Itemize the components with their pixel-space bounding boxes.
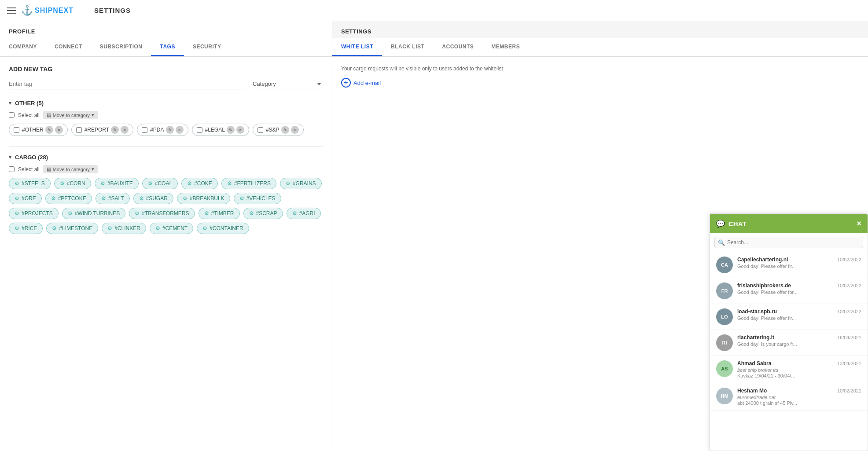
chat-search-input[interactable] [714, 237, 863, 248]
tag-pda-edit-icon[interactable]: ✎ [166, 126, 174, 134]
tag-cement[interactable]: ⚙#CEMENT [150, 223, 193, 234]
chat-item-name-5: Hesham Mo [737, 388, 767, 394]
tab-blacklist[interactable]: BLACK LIST [382, 38, 433, 56]
gear-icon: ⚙ [101, 195, 106, 202]
tag-corn[interactable]: ⚙#CORN [54, 178, 91, 189]
chat-item-3[interactable]: RI riachartering.it 16/04/2021 Good day!… [710, 330, 868, 356]
chat-item-5[interactable]: HM Hesham Mo 10/02/2021 euromedtrade.net… [710, 383, 868, 411]
tab-security[interactable]: SECURITY [184, 38, 230, 56]
tag-projects[interactable]: ⚙#PROJECTS [9, 208, 59, 219]
other-group-header[interactable]: ▾ OTHER (5) [9, 100, 323, 106]
tag-legal-label: #LEGAL [205, 127, 225, 133]
chat-item-0[interactable]: CA Capellechartering.nl 10/02/2022 Good … [710, 252, 868, 278]
tag-ore[interactable]: ⚙#ORE [9, 193, 42, 204]
tag-report-checkbox[interactable] [76, 127, 82, 133]
chat-item-msg-0: Good day! Please offer fir... [737, 264, 861, 269]
tab-company[interactable]: COMPANY [0, 38, 46, 56]
tag-timber[interactable]: ⚙#TIMBER [199, 208, 240, 219]
tag-pda-checkbox[interactable] [142, 127, 147, 133]
tag-input-row: Category OTHER CARGO [9, 79, 323, 89]
tab-subscription[interactable]: SUBSCRIPTION [91, 38, 151, 56]
tag-sp-checkbox[interactable] [257, 127, 263, 133]
tag-salt[interactable]: ⚙#SALT [96, 193, 130, 204]
gear-icon: ⚙ [15, 180, 19, 187]
avatar-as: AS [716, 360, 733, 377]
tag-petcoke[interactable]: ⚙#PETCOKE [45, 193, 92, 204]
tag-limestone[interactable]: ⚙#LIMESTONE [46, 223, 98, 234]
cargo-select-all-checkbox[interactable] [9, 166, 15, 172]
dropdown-arrow-icon: ▾ [92, 112, 94, 118]
tag-rice[interactable]: ⚙#RICE [9, 223, 43, 234]
chat-item-2[interactable]: LO load-star.spb.ru 10/02/2022 Good day!… [710, 304, 868, 330]
tag-legal-edit-icon[interactable]: ✎ [227, 126, 235, 134]
tag-steels[interactable]: ⚙#STEELS [9, 178, 51, 189]
tag-transformers[interactable]: ⚙#TRANSFORMERS [129, 208, 195, 219]
cargo-move-category-btn[interactable]: ▤ Move to category ▾ [43, 165, 98, 173]
tab-connect[interactable]: CONNECT [46, 38, 91, 56]
tag-wind-turbines[interactable]: ⚙#WIND TURBINES [62, 208, 125, 219]
cargo-group-header[interactable]: ▾ CARGO (28) [9, 154, 323, 161]
tag-agri[interactable]: ⚙#AGRI [287, 208, 321, 219]
whitelist-info: Your cargo requests will be visible only… [341, 66, 859, 72]
tag-legal-del-icon[interactable]: × [236, 126, 244, 134]
cargo-tags-wrap: ⚙#STEELS ⚙#CORN ⚙#BAUXITE ⚙#COAL ⚙#COKE … [9, 178, 323, 234]
chevron-icon: ▾ [9, 100, 11, 106]
tag-vehicles[interactable]: ⚙#VEHICLES [234, 193, 281, 204]
tag-input[interactable] [9, 79, 246, 89]
cargo-select-row: Select all ▤ Move to category ▾ [9, 165, 323, 173]
gear-icon: ⚙ [51, 195, 56, 202]
tag-report-del-icon[interactable]: × [121, 126, 129, 134]
tag-legal-checkbox[interactable] [197, 127, 202, 133]
chat-close-button[interactable]: × [857, 219, 861, 228]
tag-container[interactable]: ⚙#CONTAINER [197, 223, 249, 234]
chat-item-top-3: riachartering.it 16/04/2021 [737, 334, 861, 341]
tag-clinker[interactable]: ⚙#CLINKER [102, 223, 146, 234]
category-select[interactable]: Category OTHER CARGO [253, 79, 323, 89]
add-email-button[interactable]: + Add e-mail [341, 78, 859, 88]
other-move-category-btn[interactable]: ▤ Move to category ▾ [43, 111, 98, 119]
tag-sp-del-icon[interactable]: × [291, 126, 299, 134]
tag-other-del-icon[interactable]: × [55, 126, 63, 134]
other-select-all-checkbox[interactable] [9, 112, 15, 118]
tag-sp-edit-icon[interactable]: ✎ [281, 126, 289, 134]
tag-coke[interactable]: ⚙#COKE [181, 178, 218, 189]
tag-coal[interactable]: ⚙#COAL [142, 178, 178, 189]
tag-other-checkbox[interactable] [14, 127, 19, 133]
tab-whitelist[interactable]: WHITE LIST [332, 38, 382, 56]
tag-pda-del-icon[interactable]: × [176, 126, 184, 134]
tag-bauxite[interactable]: ⚙#BAUXITE [95, 178, 139, 189]
avatar-lo: LO [716, 308, 733, 325]
chat-item-4[interactable]: AS Ahmad Sabra 13/04/2021 best ship brok… [710, 356, 868, 383]
hamburger-menu[interactable] [7, 6, 16, 15]
add-email-label: Add e-mail [353, 80, 381, 86]
chat-item-sub-5: euromedtrade.net [737, 395, 861, 400]
gear-icon: ⚙ [15, 225, 19, 231]
nav-title: SETTINGS [87, 7, 131, 14]
tag-scrap[interactable]: ⚙#SCRAP [243, 208, 283, 219]
chat-item-name-4: Ahmad Sabra [737, 360, 771, 367]
tab-tags[interactable]: TAGS [151, 38, 184, 56]
tag-fertilizers[interactable]: ⚙#FERTILIZERS [221, 178, 276, 189]
other-group-label: OTHER (5) [15, 100, 44, 106]
tag-pill-sp: #S&P ✎ × [253, 124, 304, 136]
add-tag-title: ADD NEW TAG [9, 66, 323, 73]
plus-circle-icon: + [341, 78, 351, 88]
tag-other-edit-icon[interactable]: ✎ [45, 126, 53, 134]
avatar-ca: CA [716, 257, 733, 273]
tab-accounts[interactable]: ACCOUNTS [433, 38, 482, 56]
tab-members[interactable]: MEMBERS [482, 38, 529, 56]
gear-icon: ⚙ [202, 225, 207, 231]
tag-report-label: #REPORT [85, 127, 109, 133]
profile-header: PROFILE [0, 21, 332, 35]
chat-title: CHAT [728, 220, 857, 227]
gear-icon: ⚙ [15, 210, 19, 216]
chat-item-1[interactable]: FR frisianshipbrokers.de 10/02/2022 Good… [710, 278, 868, 304]
logo-text: SHIPNEXT [35, 7, 74, 15]
tag-breakbulk[interactable]: ⚙#BREAKBULK [177, 193, 230, 204]
chat-item-body-4: Ahmad Sabra 13/04/2021 best ship broker … [737, 360, 861, 378]
chat-item-top-1: frisianshipbrokers.de 10/02/2022 [737, 282, 861, 289]
tag-sugar[interactable]: ⚙#SUGAR [133, 193, 173, 204]
tag-grains[interactable]: ⚙#GRAINS [280, 178, 322, 189]
tag-report-edit-icon[interactable]: ✎ [111, 126, 119, 134]
other-select-all-label: Select all [18, 112, 40, 118]
